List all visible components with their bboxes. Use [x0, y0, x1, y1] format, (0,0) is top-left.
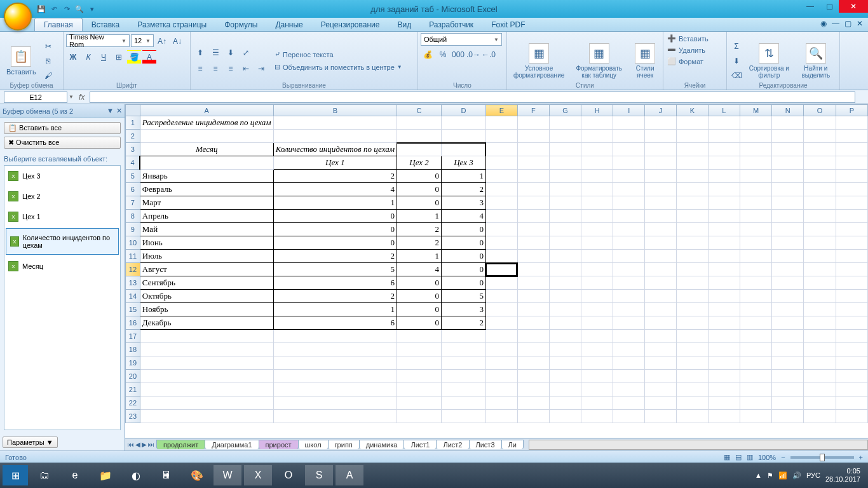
row-header[interactable]: 20 — [126, 370, 140, 383]
cell[interactable] — [708, 343, 740, 356]
cell[interactable] — [645, 370, 677, 383]
cell[interactable]: 0 — [441, 250, 485, 263]
zoom-in-icon[interactable]: + — [859, 454, 863, 461]
column-header[interactable]: E — [485, 105, 517, 116]
cell[interactable] — [613, 356, 645, 370]
cell[interactable] — [645, 410, 677, 423]
cell[interactable] — [549, 383, 581, 396]
sheet-nav-next-icon[interactable]: ▶ — [142, 441, 147, 448]
cell[interactable] — [804, 396, 836, 410]
sheet-tab[interactable]: Лист1 — [403, 440, 437, 449]
cell[interactable] — [581, 170, 613, 183]
row-header[interactable]: 16 — [126, 316, 140, 330]
row-header[interactable]: 2 — [126, 130, 140, 143]
cell[interactable] — [708, 156, 740, 170]
column-header[interactable]: C — [397, 105, 442, 116]
row-header[interactable]: 6 — [126, 183, 140, 196]
cell[interactable] — [581, 143, 613, 156]
cell[interactable] — [804, 276, 836, 290]
autosum-icon[interactable]: Σ — [729, 39, 743, 53]
tray-lang[interactable]: РУС — [806, 471, 820, 479]
row-header[interactable]: 23 — [126, 410, 140, 423]
cell[interactable]: Цех 3 — [441, 156, 485, 170]
ribbon-tab[interactable]: Главная — [34, 18, 83, 31]
cell[interactable] — [772, 236, 804, 250]
preview-icon[interactable]: 🔍 — [74, 3, 85, 15]
cell[interactable] — [549, 356, 581, 370]
column-header[interactable]: N — [772, 105, 804, 116]
cell[interactable] — [836, 143, 867, 156]
cell[interactable] — [804, 170, 836, 183]
cell[interactable] — [645, 316, 677, 330]
cell[interactable] — [517, 383, 549, 396]
cell[interactable]: 1 — [273, 303, 397, 316]
cell[interactable] — [804, 343, 836, 356]
cell[interactable]: 5 — [441, 290, 485, 303]
row-header[interactable]: 5 — [126, 170, 140, 183]
row-header[interactable]: 9 — [126, 223, 140, 236]
undo-icon[interactable]: ↶ — [48, 3, 60, 15]
sheet-tab[interactable]: прирост — [259, 440, 299, 449]
column-header[interactable]: M — [740, 105, 772, 116]
cell[interactable] — [273, 396, 397, 410]
cell[interactable] — [645, 143, 677, 156]
cell[interactable] — [581, 263, 613, 276]
cell[interactable] — [273, 410, 397, 423]
cell[interactable]: 4 — [441, 210, 485, 223]
cell[interactable] — [740, 276, 772, 290]
cell[interactable] — [708, 410, 740, 423]
cell[interactable]: 2 — [273, 250, 397, 263]
paste-all-button[interactable]: 📋 Вставить все — [4, 122, 121, 134]
cell[interactable] — [273, 383, 397, 396]
number-format-combo[interactable]: Общий▼ — [421, 33, 502, 46]
select-all-corner[interactable] — [126, 105, 140, 116]
cell[interactable] — [613, 250, 645, 263]
cell[interactable] — [836, 196, 867, 210]
cell[interactable] — [772, 276, 804, 290]
find-select-button[interactable]: 🔍Найти и выделить — [795, 42, 837, 80]
ribbon-tab[interactable]: Разработчик — [420, 18, 482, 31]
sheet-tab[interactable]: Лист3 — [469, 440, 502, 449]
cell[interactable]: 1 — [397, 250, 442, 263]
format-painter-icon[interactable]: 🖌 — [41, 69, 55, 83]
cell[interactable] — [740, 223, 772, 236]
cell[interactable] — [397, 116, 442, 130]
cell[interactable]: 0 — [397, 196, 442, 210]
view-normal-icon[interactable]: ▦ — [724, 453, 730, 461]
cell[interactable] — [581, 250, 613, 263]
cell[interactable] — [517, 183, 549, 196]
cell[interactable]: 2 — [441, 316, 485, 330]
increase-decimal-icon[interactable]: .0→ — [466, 48, 480, 62]
cell[interactable] — [740, 330, 772, 343]
cell[interactable] — [676, 330, 708, 343]
ribbon-tab[interactable]: Foxit PDF — [482, 18, 534, 31]
cell[interactable] — [549, 196, 581, 210]
cell[interactable] — [397, 343, 442, 356]
view-layout-icon[interactable]: ▤ — [735, 453, 742, 461]
cell[interactable] — [485, 250, 517, 263]
clip-item[interactable]: XКоличество инцидентов по цехам — [6, 228, 119, 255]
cell[interactable] — [645, 210, 677, 223]
cell[interactable] — [645, 343, 677, 356]
taskbar-explorer-icon[interactable]: 📁 — [92, 465, 119, 485]
tray-up-icon[interactable]: ▲ — [755, 471, 762, 479]
cell[interactable] — [549, 156, 581, 170]
cell[interactable] — [549, 410, 581, 423]
cell[interactable] — [441, 410, 485, 423]
font-color-icon[interactable]: A — [142, 50, 156, 64]
increase-font-icon[interactable]: A↑ — [155, 34, 169, 48]
cell[interactable] — [772, 210, 804, 223]
cell[interactable] — [581, 130, 613, 143]
cell[interactable] — [772, 130, 804, 143]
cell[interactable] — [708, 170, 740, 183]
clip-item[interactable]: XЦех 2 — [4, 186, 120, 207]
cell[interactable] — [613, 210, 645, 223]
cell[interactable] — [836, 356, 867, 370]
cell[interactable] — [613, 183, 645, 196]
cell[interactable] — [804, 290, 836, 303]
cell[interactable] — [549, 343, 581, 356]
cell[interactable] — [676, 196, 708, 210]
cell[interactable] — [517, 410, 549, 423]
cell[interactable] — [613, 143, 645, 156]
cell[interactable]: Количество инцидентов по цехам — [273, 143, 397, 156]
